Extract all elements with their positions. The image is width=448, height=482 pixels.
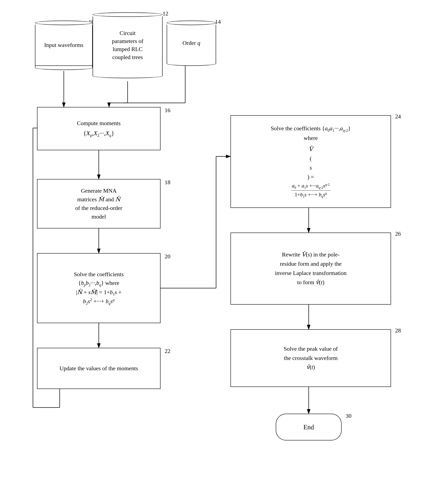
compute-moments-node: Compute moments {Xp,X2···,Xq} (37, 107, 160, 150)
compute-moments-math: {Xp,X2···,Xq} (77, 129, 120, 138)
solve-b-node: Solve the coefficients {bpb2···,bq} wher… (37, 253, 160, 323)
input-waveforms-node: Input waveforms (35, 21, 93, 70)
label-26: 26 (395, 231, 401, 237)
rewrite-v-node: Rewrite V̂(s) in the pole- residue form … (231, 233, 391, 305)
label-20: 20 (165, 253, 170, 260)
label-30: 30 (346, 413, 352, 419)
label-14: 14 (215, 18, 221, 25)
label-28: 28 (395, 327, 401, 334)
label-16: 16 (165, 107, 170, 114)
rewrite-v-label: Rewrite V̂(s) in the pole- residue form … (275, 250, 347, 287)
solve-b-label: Solve the coefficients {bpb2···,bq} wher… (74, 270, 124, 306)
update-moments-label: Update the values of the moments (59, 364, 138, 373)
circuit-params-label: Circuitparameters oflumped RLCcoupled tr… (112, 29, 143, 61)
solve-peak-label: Solve the peak value of the crosstalk wa… (284, 344, 338, 372)
generate-mna-label: Generate MNA matrices M̂ and N̂ of the r… (75, 186, 122, 221)
update-moments-node: Update the values of the moments (37, 348, 160, 389)
label-24: 24 (395, 113, 401, 120)
diagram: Input waveforms 10 Circuitparameters ofl… (0, 0, 448, 482)
solve-a-label: Solve the coefficients {a0a1···,aq-2} wh… (271, 124, 351, 199)
label-12: 12 (163, 10, 168, 17)
generate-mna-node: Generate MNA matrices M̂ and N̂ of the r… (37, 179, 160, 228)
order-q-label: Order q (183, 40, 200, 46)
end-node: End (276, 414, 342, 441)
end-label: End (303, 423, 314, 431)
circuit-params-node: Circuitparameters oflumped RLCcoupled tr… (93, 12, 163, 78)
label-22: 22 (165, 348, 170, 354)
solve-a-node: Solve the coefficients {a0a1···,aq-2} wh… (231, 115, 391, 208)
label-18: 18 (165, 179, 170, 186)
compute-moments-label: Compute moments (77, 119, 120, 127)
solve-peak-node: Solve the peak value of the crosstalk wa… (231, 329, 391, 387)
input-waveforms-label: Input waveforms (44, 41, 84, 49)
order-q-node: Order q (167, 21, 216, 66)
